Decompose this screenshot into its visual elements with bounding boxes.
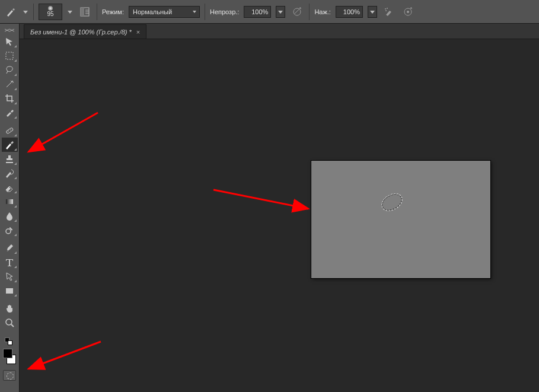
options-bar: 95 Режим: Нормальный Непрозр.: 100% Наж.…	[0, 0, 539, 24]
document-canvas[interactable]	[311, 161, 490, 278]
pressure-opacity-button[interactable]	[290, 5, 304, 19]
move-tool[interactable]	[2, 34, 18, 49]
svg-rect-1	[81, 8, 84, 16]
airbrush-button[interactable]	[382, 5, 396, 19]
svg-point-12	[10, 129, 11, 130]
svg-rect-16	[6, 288, 13, 294]
marquee-tool[interactable]	[2, 49, 18, 63]
blend-mode-select[interactable]: Нормальный	[129, 6, 200, 18]
document-tab-bar: Без имени-1 @ 100% (Гр.сер./8) * ×	[0, 24, 539, 39]
zoom-tool[interactable]	[2, 315, 18, 330]
brush-preset-chevron-icon[interactable]	[67, 7, 73, 17]
canvas-area	[20, 39, 539, 392]
tool-preset-chevron-icon[interactable]	[23, 7, 28, 17]
history-brush-tool[interactable]	[2, 166, 18, 180]
tool-preset-picker[interactable]	[4, 5, 18, 19]
brush-size-label: 95	[47, 11, 53, 17]
svg-point-5	[385, 10, 387, 11]
opacity-flyout-icon[interactable]	[276, 6, 285, 18]
svg-rect-10	[6, 128, 14, 134]
foreground-swatch[interactable]	[3, 349, 12, 358]
eyedropper-tool[interactable]	[2, 106, 18, 120]
toolbar-grip-icon[interactable]	[1, 27, 18, 33]
eraser-tool[interactable]	[2, 180, 18, 195]
svg-point-14	[6, 229, 11, 234]
quick-mask-button[interactable]	[3, 370, 16, 381]
svg-point-9	[12, 81, 13, 82]
blend-mode-value: Нормальный	[133, 8, 172, 15]
brush-preset-picker[interactable]: 95	[39, 4, 62, 20]
opacity-input[interactable]: 100%	[244, 6, 271, 18]
quick-select-tool[interactable]	[2, 77, 18, 91]
document-tab[interactable]: Без имени-1 @ 100% (Гр.сер./8) * ×	[24, 24, 146, 39]
svg-point-2	[294, 8, 301, 15]
gradient-tool[interactable]	[2, 195, 18, 209]
shape-tool[interactable]	[2, 283, 18, 298]
pressure-size-button[interactable]	[401, 5, 415, 19]
flow-label: Наж.:	[314, 8, 331, 15]
mode-label: Режим:	[102, 8, 124, 15]
svg-point-4	[387, 8, 388, 9]
svg-line-18	[11, 324, 14, 327]
stamp-tool[interactable]	[2, 152, 18, 166]
heal-tool[interactable]	[2, 123, 18, 138]
brush-panel-button[interactable]	[78, 5, 92, 19]
pen-tool[interactable]	[2, 241, 18, 255]
crop-tool[interactable]	[2, 91, 18, 106]
flow-input[interactable]: 100%	[336, 6, 363, 18]
type-tool[interactable]	[2, 255, 18, 269]
svg-point-17	[6, 319, 12, 325]
document-tab-title: Без имени-1 @ 100% (Гр.сер./8) *	[30, 28, 132, 36]
lasso-tool[interactable]	[2, 63, 18, 77]
opacity-label: Непрозр.:	[210, 8, 239, 15]
brush-tool[interactable]	[2, 138, 18, 152]
svg-rect-13	[6, 199, 13, 204]
selection-marquee	[379, 191, 404, 214]
blur-tool[interactable]	[2, 209, 18, 223]
svg-point-11	[8, 130, 9, 132]
dodge-tool[interactable]	[2, 223, 18, 237]
svg-point-7	[407, 11, 409, 13]
color-swatches[interactable]	[1, 348, 18, 365]
path-select-tool[interactable]	[2, 269, 18, 283]
hand-tool[interactable]	[2, 301, 18, 315]
tools-panel	[0, 24, 20, 392]
tab-close-icon[interactable]: ×	[136, 28, 140, 36]
flow-flyout-icon[interactable]	[368, 6, 377, 18]
svg-rect-8	[6, 52, 13, 59]
svg-point-3	[385, 8, 386, 9]
brush-preview-dot-icon	[48, 6, 53, 11]
default-colors-icon[interactable]	[3, 337, 16, 345]
